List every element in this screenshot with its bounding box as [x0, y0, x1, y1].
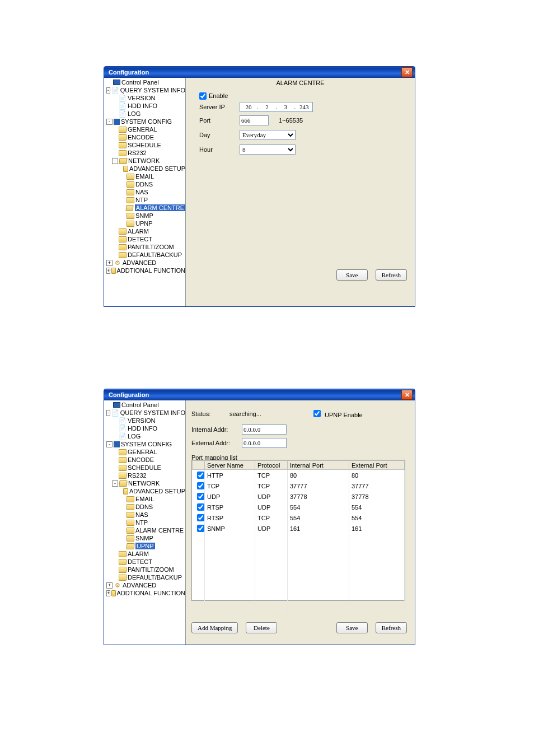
table-row[interactable]	[193, 557, 405, 565]
col-internal-port[interactable]: Internal Port	[288, 461, 349, 470]
tree-item[interactable]: ENCODE	[104, 456, 185, 464]
port-mapping-table[interactable]: Server Name Protocol Internal Port Exter…	[191, 460, 405, 601]
table-row[interactable]	[193, 604, 405, 612]
ip-oct-4[interactable]	[297, 102, 311, 111]
tree-item[interactable]: Control Panel	[104, 401, 185, 409]
tree-item[interactable]: PAN/TILT/ZOOM	[104, 243, 185, 251]
tree-item[interactable]: DDNS	[104, 180, 185, 188]
tree-item[interactable]: NTP	[104, 519, 185, 526]
close-icon[interactable]: ✕	[401, 67, 413, 77]
tree-item[interactable]: -NETWORK	[104, 479, 185, 487]
hour-select[interactable]: 8	[240, 144, 296, 155]
tree-item[interactable]: PAN/TILT/ZOOM	[104, 566, 185, 573]
table-row[interactable]	[193, 581, 405, 589]
tree-item[interactable]: HDD INFO	[104, 102, 185, 110]
tree-item[interactable]: +ADDTIONAL FUNCTION	[104, 267, 185, 274]
expander-icon[interactable]: +	[106, 590, 110, 596]
expander-icon[interactable]: +	[106, 268, 110, 274]
tree-item[interactable]: DDNS	[104, 503, 185, 511]
titlebar[interactable]: Configuration ✕	[104, 67, 415, 78]
tree-item[interactable]: SNMP	[104, 212, 185, 220]
tree-item[interactable]: -QUERY SYSTEM INFO	[104, 409, 185, 417]
refresh-button[interactable]: Refresh	[376, 269, 407, 281]
nav-tree[interactable]: Control Panel-QUERY SYSTEM INFOVERSIONHD…	[104, 78, 186, 306]
ip-oct-3[interactable]	[278, 102, 293, 111]
external-addr-input[interactable]	[242, 438, 287, 448]
table-row[interactable]: HTTPTCP8080	[193, 470, 405, 481]
enable-checkbox[interactable]	[199, 92, 207, 100]
upnp-enable-checkbox[interactable]	[313, 410, 321, 417]
ip-oct-1[interactable]	[241, 102, 256, 111]
port-input[interactable]	[240, 115, 269, 125]
table-row[interactable]	[193, 573, 405, 581]
add-mapping-button[interactable]: Add Mapping	[191, 622, 238, 633]
ip-oct-2[interactable]	[260, 102, 274, 111]
row-checkbox[interactable]	[197, 514, 204, 521]
tree-item[interactable]: SNMP	[104, 534, 185, 542]
server-ip-input[interactable]: . . .	[240, 102, 313, 112]
day-select[interactable]: Everyday	[240, 130, 296, 140]
tree-item[interactable]: ENCODE	[104, 133, 185, 141]
tree-item[interactable]: UPNP	[104, 542, 185, 550]
tree-item[interactable]: ADVANCED SETUP	[104, 487, 185, 495]
table-row[interactable]: SNMPUDP161161	[193, 523, 405, 534]
tree-item[interactable]: EMAIL	[104, 495, 185, 503]
expander-icon[interactable]: -	[112, 158, 118, 164]
tree-item[interactable]: NAS	[104, 511, 185, 519]
table-row[interactable]: UDPUDP3777837778	[193, 491, 405, 502]
col-external-port[interactable]: External Port	[349, 461, 405, 470]
tree-item[interactable]: NTP	[104, 196, 185, 204]
tree-item[interactable]: DETECT	[104, 235, 185, 243]
tree-item[interactable]: SCHEDULE	[104, 464, 185, 472]
table-row[interactable]	[193, 549, 405, 557]
tree-item[interactable]: ALARM CENTRE	[104, 204, 185, 212]
nav-tree[interactable]: Control Panel-QUERY SYSTEM INFOVERSIONHD…	[104, 400, 186, 645]
col-check[interactable]	[193, 461, 205, 470]
tree-item[interactable]: UPNP	[104, 220, 185, 227]
tree-item[interactable]: -QUERY SYSTEM INFO	[104, 86, 185, 94]
expander-icon[interactable]: +	[106, 582, 113, 589]
table-row[interactable]: TCPTCP3777737777	[193, 480, 405, 491]
table-row[interactable]	[193, 565, 405, 573]
row-checkbox[interactable]	[197, 472, 204, 479]
tree-item[interactable]: DETECT	[104, 558, 185, 566]
tree-item[interactable]: GENERAL	[104, 448, 185, 456]
tree-item[interactable]: Control Panel	[104, 78, 185, 86]
tree-item[interactable]: +ADVANCED	[104, 581, 185, 589]
tree-item[interactable]: LOG	[104, 432, 185, 440]
expander-icon[interactable]: -	[106, 410, 110, 416]
tree-item[interactable]: GENERAL	[104, 125, 185, 133]
tree-item[interactable]: -NETWORK	[104, 157, 185, 165]
delete-button[interactable]: Delete	[246, 622, 277, 633]
row-checkbox[interactable]	[197, 503, 204, 511]
tree-item[interactable]: DEFAULT/BACKUP	[104, 573, 185, 581]
row-checkbox[interactable]	[197, 525, 204, 532]
close-icon[interactable]: ✕	[401, 390, 413, 400]
refresh-button[interactable]: Refresh	[376, 622, 407, 633]
tree-item[interactable]: RS232	[104, 149, 185, 157]
tree-item[interactable]: RS232	[104, 472, 185, 479]
tree-item[interactable]: ALARM	[104, 227, 185, 235]
tree-item[interactable]: -SYSTEM CONFIG	[104, 118, 185, 125]
table-row[interactable]	[193, 534, 405, 542]
tree-item[interactable]: VERSION	[104, 94, 185, 102]
tree-item[interactable]: NAS	[104, 188, 185, 196]
table-row[interactable]	[193, 596, 405, 604]
save-button[interactable]: Save	[336, 269, 368, 281]
table-row[interactable]	[193, 542, 405, 549]
save-button[interactable]: Save	[336, 622, 368, 633]
tree-item[interactable]: ALARM	[104, 550, 185, 558]
tree-item[interactable]: -SYSTEM CONFIG	[104, 440, 185, 448]
expander-icon[interactable]: +	[106, 260, 113, 266]
tree-item[interactable]: ADVANCED SETUP	[104, 165, 185, 172]
table-row[interactable]	[193, 589, 405, 596]
internal-addr-input[interactable]	[242, 424, 287, 435]
tree-item[interactable]: ALARM CENTRE	[104, 526, 185, 534]
col-server-name[interactable]: Server Name	[205, 461, 255, 470]
expander-icon[interactable]: -	[106, 441, 113, 447]
tree-item[interactable]: VERSION	[104, 417, 185, 424]
tree-item[interactable]: EMAIL	[104, 172, 185, 180]
expander-icon[interactable]: -	[106, 119, 113, 125]
tree-item[interactable]: LOG	[104, 110, 185, 118]
tree-item[interactable]: SCHEDULE	[104, 141, 185, 149]
